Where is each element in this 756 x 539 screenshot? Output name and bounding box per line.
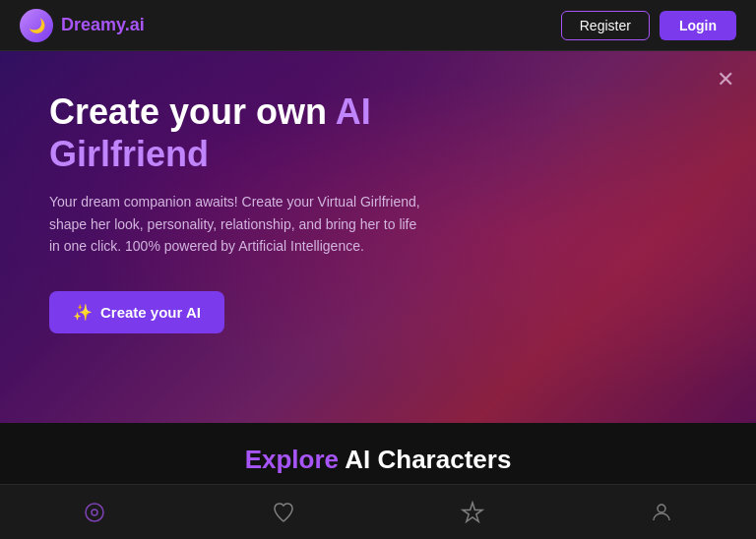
explore-highlight: Explore [245,445,339,474]
header: 🌙 Dreamy.ai Register Login [0,0,756,51]
logo-name: Dreamy [61,15,125,34]
explore-title: Explore AI Characters [0,445,756,475]
hero-title: Create your own AI Girlfriend [49,90,502,175]
svg-point-1 [92,509,97,515]
hero-title-white: Create your own [49,91,327,132]
svg-point-2 [658,505,665,512]
logo-text: Dreamy.ai [61,15,145,35]
header-buttons: Register Login [561,11,736,40]
create-ai-label: Create your AI [100,304,201,321]
sparkle-icon: ✨ [73,303,93,322]
nav-profile-icon[interactable] [648,499,675,526]
hero-content: Create your own AI Girlfriend Your dream… [49,90,502,333]
svg-point-0 [86,504,103,521]
close-button[interactable]: ✕ [717,69,734,90]
login-button[interactable]: Login [660,11,736,40]
explore-rest: AI Characters [339,445,511,474]
nav-heart-icon[interactable] [270,499,297,526]
logo-suffix: .ai [125,15,145,34]
nav-star-icon[interactable] [459,499,486,526]
create-ai-button[interactable]: ✨ Create your AI [49,291,224,333]
bottom-nav [0,484,756,539]
hero-title-purple: AI [336,91,371,132]
logo-avatar: 🌙 [20,9,53,42]
register-button[interactable]: Register [561,11,650,40]
nav-explore-icon[interactable] [81,499,108,526]
hero-title-girlfriend: Girlfriend [49,133,502,175]
hero-description: Your dream companion awaits! Create your… [49,191,423,257]
hero-banner: ✕ Create your own AI Girlfriend Your dre… [0,51,756,423]
logo-area: 🌙 Dreamy.ai [20,9,145,42]
